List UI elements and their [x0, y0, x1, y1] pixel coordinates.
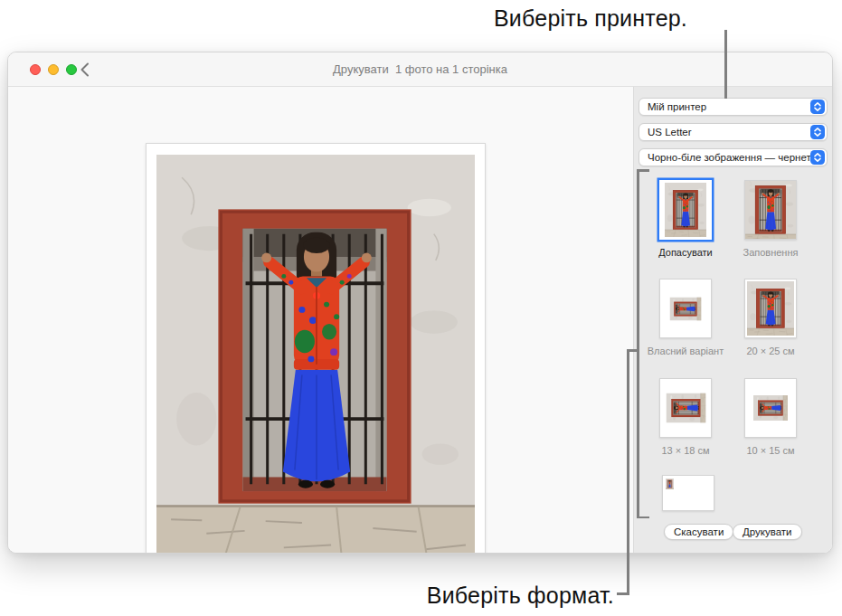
format-option-fit[interactable] [659, 180, 712, 240]
minimize-button[interactable] [48, 64, 59, 75]
print-preview-area [8, 87, 633, 554]
format-label-20x25: 20 × 25 см [730, 346, 811, 356]
format-option-fill[interactable] [744, 180, 797, 240]
color-mode-select[interactable]: Чорно-біле зображення — чернетка [639, 148, 828, 166]
format-thumbnail [745, 180, 796, 240]
stepper-icon [810, 100, 825, 114]
format-option-contact-sheet[interactable] [662, 475, 714, 511]
traffic-lights [30, 64, 77, 75]
chevron-left-icon [79, 62, 91, 78]
paper-size-select-value: US Letter [648, 127, 810, 137]
cancel-button[interactable]: Скасувати [664, 524, 733, 540]
stepper-icon [810, 150, 825, 165]
stepper-icon [810, 125, 825, 139]
zoom-button[interactable] [66, 64, 77, 75]
format-option-13x18[interactable] [659, 378, 712, 438]
close-button[interactable] [30, 64, 41, 75]
format-label-10x15: 10 × 15 см [730, 445, 811, 456]
callout-format-horizontal [617, 592, 629, 595]
preview-page-sheet [146, 143, 486, 554]
format-thumbnail [753, 395, 788, 421]
titlebar: Друкувати 1 фото на 1 сторінка [8, 52, 832, 87]
format-thumbnail [747, 281, 794, 336]
printer-select[interactable]: Мій принтер [639, 98, 828, 116]
back-button[interactable] [77, 62, 93, 78]
callout-printer-line [724, 30, 727, 99]
format-label-custom: Власний варіант [645, 346, 726, 356]
format-label-fit: Допасувати [645, 247, 726, 258]
format-thumbnail [666, 393, 705, 423]
format-bracket-tick-bottom [637, 516, 649, 519]
paper-size-select[interactable]: US Letter [639, 123, 828, 141]
screenshot-root: { "callouts": { "printer": "Виберіть при… [0, 0, 842, 616]
format-label-fill: Заповнення [730, 247, 811, 258]
format-option-20x25[interactable] [744, 279, 797, 338]
format-option-10x15[interactable] [744, 378, 797, 438]
print-options-panel: Мій принтер US Letter Чорно-біле зображе… [633, 87, 832, 554]
format-option-custom[interactable] [659, 279, 712, 338]
color-mode-select-value: Чорно-біле зображення — чернетка [648, 152, 810, 163]
format-thumbnail [665, 183, 706, 237]
preview-photo [156, 155, 475, 554]
format-thumbnail [670, 297, 702, 320]
print-button[interactable]: Друкувати [733, 524, 802, 540]
format-thumbnail [666, 479, 674, 489]
format-label-13x18: 13 × 18 см [645, 445, 726, 456]
window-title: Друкувати 1 фото на 1 сторінка [8, 62, 832, 76]
printer-select-value: Мій принтер [648, 101, 810, 112]
format-bracket-vertical [637, 169, 639, 518]
callout-format-vertical [627, 349, 629, 594]
callout-select-printer: Виберіть принтер. [494, 5, 687, 32]
callout-select-format: Виберіть формат. [427, 583, 614, 609]
format-bracket-tick-top [637, 169, 649, 172]
print-dialog-window: Друкувати 1 фото на 1 сторінка Мій принт… [7, 52, 833, 554]
